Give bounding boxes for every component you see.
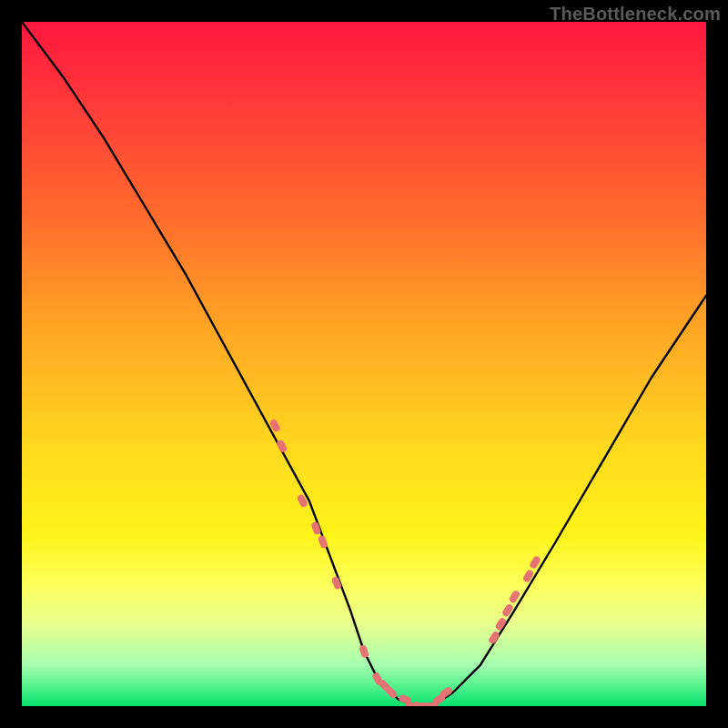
marker-point: [359, 644, 369, 659]
chart-plot-area: [22, 22, 706, 706]
curve-line: [22, 22, 706, 706]
chart-svg: [22, 22, 706, 706]
marker-group: [268, 419, 541, 706]
